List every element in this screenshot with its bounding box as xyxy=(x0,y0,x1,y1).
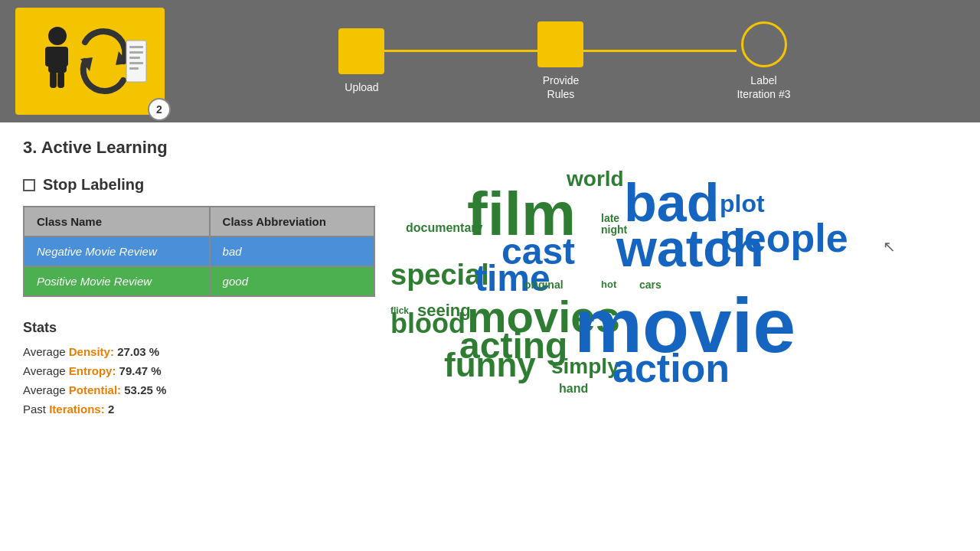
table-cell-negative-abbr: bad xyxy=(210,236,374,266)
word-cloud-word: world xyxy=(567,168,624,190)
pipeline-line-1 xyxy=(384,50,537,52)
stat-iterations: Past Iterations: 2 xyxy=(23,403,390,416)
main-content: 3. Active Learning Stop Labeling Class N… xyxy=(0,122,980,467)
svg-rect-3 xyxy=(60,47,68,67)
stat-potential: Average Potential: 53.25 % xyxy=(23,383,390,396)
svg-rect-11 xyxy=(129,57,140,59)
svg-rect-12 xyxy=(129,62,143,64)
toolbar: 2 Upload ProvideRules LabelIteration #3 xyxy=(0,0,980,122)
stat-entropy: Average Entropy: 79.47 % xyxy=(23,364,390,377)
pipeline: Upload ProvideRules LabelIteration #3 xyxy=(165,21,965,101)
stop-labeling-row: Stop Labeling xyxy=(23,176,390,194)
stop-labeling-checkbox[interactable] xyxy=(23,179,35,191)
svg-rect-4 xyxy=(50,71,57,88)
section-title: 3. Active Learning xyxy=(23,138,957,158)
class-table: Class Name Class Abbreviation Negative M… xyxy=(23,206,375,297)
table-row-positive: Positive Movie Review good xyxy=(24,266,374,296)
stat-potential-highlight: Potential: xyxy=(69,383,121,396)
pipeline-line-2 xyxy=(583,50,737,52)
pipeline-step-box-iteration xyxy=(741,21,787,67)
word-cloud-word: funny xyxy=(444,348,536,382)
table-cell-positive-abbr: good xyxy=(210,266,374,296)
word-cloud-word: original xyxy=(524,279,564,290)
word-cloud-word: simply xyxy=(551,356,619,377)
svg-point-0 xyxy=(48,27,67,45)
word-cloud-word: blood xyxy=(390,310,466,337)
stat-entropy-value: 79.47 % xyxy=(119,364,162,377)
svg-rect-9 xyxy=(129,46,143,48)
table-cell-negative-name: Negative Movie Review xyxy=(24,236,210,266)
stats-title: Stats xyxy=(23,320,390,336)
stat-density: Average Density: 27.03 % xyxy=(23,345,390,358)
table-cell-positive-name: Positive Movie Review xyxy=(24,266,210,296)
table-header-abbreviation: Class Abbreviation xyxy=(210,207,374,236)
svg-rect-2 xyxy=(45,47,53,67)
pipeline-step-label-iteration-label: LabelIteration #3 xyxy=(737,73,790,101)
pipeline-step-box-rules xyxy=(537,21,583,67)
word-cloud-word: hand xyxy=(559,383,588,395)
logo-box: 2 xyxy=(15,8,165,115)
stat-potential-value: 53.25 % xyxy=(124,383,166,396)
word-cloud-word: action xyxy=(612,348,730,388)
logo-badge: 2 xyxy=(148,98,171,121)
stat-density-value: 27.03 % xyxy=(117,345,159,358)
stat-iterations-value: 2 xyxy=(108,403,114,416)
word-cloud: filmworldbadplotdocumentarylatenightcast… xyxy=(390,161,957,452)
pipeline-step-label-rules: ProvideRules xyxy=(543,73,579,101)
word-cloud-word: plot xyxy=(720,191,765,216)
logo-svg xyxy=(33,19,148,103)
word-cloud-word: people xyxy=(720,218,848,258)
svg-rect-10 xyxy=(129,51,143,54)
table-header-class-name: Class Name xyxy=(24,207,210,236)
stat-density-highlight: Density: xyxy=(69,345,114,358)
pipeline-step-provide-rules[interactable]: ProvideRules xyxy=(537,21,583,101)
content-row: Stop Labeling Class Name Class Abbreviat… xyxy=(23,176,957,452)
svg-rect-13 xyxy=(129,67,139,70)
pipeline-step-label-upload: Upload xyxy=(345,80,378,94)
pipeline-step-upload[interactable]: Upload xyxy=(338,28,384,94)
svg-rect-5 xyxy=(57,71,64,88)
word-cloud-word: documentary xyxy=(406,222,482,234)
stats-section: Stats Average Density: 27.03 % Average E… xyxy=(23,320,390,416)
stat-entropy-highlight: Entropy: xyxy=(69,364,116,377)
left-panel: Stop Labeling Class Name Class Abbreviat… xyxy=(23,176,390,452)
cursor-icon: ↖ xyxy=(883,237,896,256)
pipeline-step-label-iteration[interactable]: LabelIteration #3 xyxy=(737,21,790,101)
table-row-negative: Negative Movie Review bad xyxy=(24,236,374,266)
stop-labeling-label: Stop Labeling xyxy=(43,176,144,194)
stat-iterations-highlight: Iterations: xyxy=(49,403,105,416)
pipeline-step-box-upload xyxy=(338,28,384,74)
